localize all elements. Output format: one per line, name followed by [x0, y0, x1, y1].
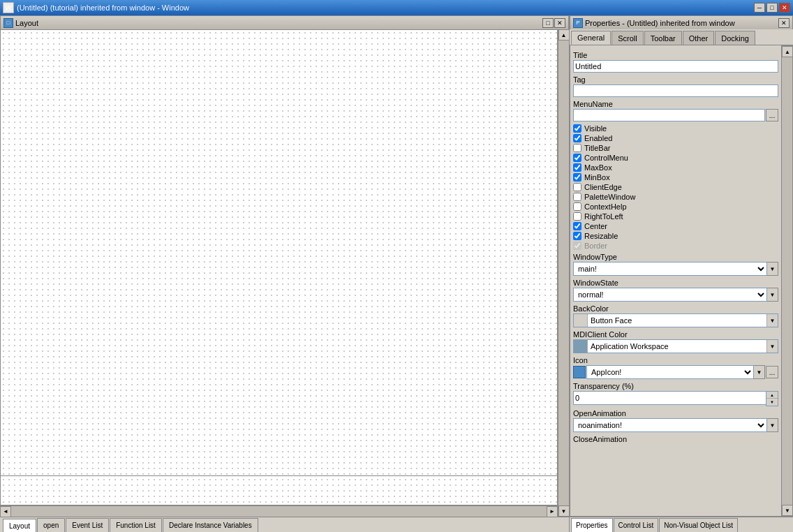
- transparency-decrement-button[interactable]: ▼: [766, 399, 778, 406]
- left-panel: □ Layout □ ✕ ◄ ► ▲: [0, 15, 570, 532]
- scroll-track-h[interactable]: [11, 506, 547, 517]
- tab-scroll[interactable]: Scroll: [612, 31, 644, 45]
- righttoleft-checkbox[interactable]: [573, 212, 581, 221]
- enabled-label: Enabled: [584, 134, 612, 142]
- layout-panel-icon: □: [3, 18, 13, 28]
- maximize-button[interactable]: □: [766, 3, 778, 13]
- contexthelp-checkbox[interactable]: [573, 202, 581, 211]
- visible-label: Visible: [584, 124, 607, 133]
- enabled-checkbox[interactable]: [573, 134, 581, 142]
- maxbox-checkbox[interactable]: [573, 163, 581, 172]
- clientedge-label: ClientEdge: [584, 183, 622, 191]
- backcolor-dropdown-icon[interactable]: ▼: [766, 314, 778, 327]
- tab-non-visual-object-list[interactable]: Non-Visual Object List: [659, 518, 738, 532]
- right-bottom-tabs: Properties Control List Non-Visual Objec…: [570, 517, 793, 532]
- layout-panel-maximize[interactable]: □: [542, 18, 554, 28]
- icon-ellipsis-button[interactable]: ...: [766, 366, 778, 378]
- openanimation-select[interactable]: noanimation!: [573, 418, 767, 432]
- props-scrollbar[interactable]: ▲ ▼: [782, 45, 793, 517]
- checkbox-contexthelp: ContextHelp: [573, 202, 778, 211]
- righttoleft-label: RightToLeft: [584, 212, 623, 221]
- minbox-label: MinBox: [584, 173, 610, 182]
- icon-select[interactable]: AppIcon!: [586, 365, 754, 379]
- backcolor-row[interactable]: Button Face ▼: [573, 313, 778, 327]
- mdiclientcolor-swatch: [574, 340, 588, 353]
- clientedge-checkbox[interactable]: [573, 183, 581, 191]
- windowtype-select[interactable]: main!: [573, 262, 767, 276]
- mdiclientcolor-row[interactable]: Application Workspace ▼: [573, 339, 778, 353]
- right-panel: P Properties - (Untitled) inherited from…: [570, 15, 793, 532]
- tab-open[interactable]: open: [37, 518, 65, 532]
- title-bar-left: W (Untitled) (tutorial) inherited from w…: [3, 2, 189, 13]
- tab-layout[interactable]: Layout: [3, 519, 36, 532]
- layout-panel-title-left: □ Layout: [3, 18, 38, 28]
- controlmenu-checkbox[interactable]: [573, 154, 581, 162]
- vertical-scrollbar[interactable]: ▲ ▼: [558, 29, 569, 517]
- props-content: Title Tag MenuName ... Visible: [570, 45, 782, 517]
- minbox-checkbox[interactable]: [573, 173, 581, 182]
- tab-other[interactable]: Other: [683, 31, 715, 45]
- scroll-right-button[interactable]: ►: [547, 506, 558, 517]
- tab-toolbar[interactable]: Toolbar: [644, 31, 682, 45]
- layout-panel-title: Layout: [15, 19, 38, 27]
- props-scroll-down-button[interactable]: ▼: [782, 505, 793, 516]
- app-icon: W: [3, 2, 14, 13]
- visible-checkbox[interactable]: [573, 124, 581, 133]
- windowtype-arrow-icon: ▼: [767, 262, 778, 276]
- horizontal-scrollbar[interactable]: ◄ ►: [0, 505, 558, 517]
- canvas-dots: [1, 30, 557, 505]
- border-checkbox[interactable]: [573, 242, 581, 250]
- resizable-checkbox[interactable]: [573, 232, 581, 240]
- canvas-area[interactable]: [0, 29, 558, 505]
- scroll-left-button[interactable]: ◄: [0, 506, 11, 517]
- props-scroll-up-button[interactable]: ▲: [782, 46, 793, 57]
- scroll-down-button[interactable]: ▼: [558, 505, 570, 517]
- canvas-wrapper: ◄ ► ▲ ▼: [0, 29, 569, 517]
- transparency-spinner-row: ▲ ▼: [573, 391, 778, 406]
- menuname-ellipsis-button[interactable]: ...: [766, 109, 778, 121]
- menuname-row: ...: [573, 109, 778, 121]
- checkbox-maxbox: MaxBox: [573, 163, 778, 172]
- transparency-input[interactable]: [573, 391, 766, 405]
- tab-declare-instance-variables[interactable]: Declare Instance Variables: [163, 518, 258, 532]
- minimize-button[interactable]: ─: [754, 3, 765, 13]
- menuname-input[interactable]: [573, 109, 765, 121]
- openanimation-prop-label: OpenAnimation: [573, 409, 778, 418]
- layout-panel-close[interactable]: ✕: [554, 18, 565, 28]
- scroll-track-v[interactable]: [558, 40, 569, 505]
- center-checkbox[interactable]: [573, 222, 581, 230]
- tag-input[interactable]: [573, 84, 778, 97]
- tab-function-list[interactable]: Function List: [110, 518, 162, 532]
- title-bar-text: (Untitled) (tutorial) inherited from win…: [17, 3, 189, 12]
- border-label: Border: [584, 242, 607, 250]
- maxbox-label: MaxBox: [584, 163, 612, 172]
- transparency-increment-button[interactable]: ▲: [766, 392, 778, 399]
- backcolor-value: Button Face: [588, 316, 766, 325]
- title-prop-label: Title: [573, 51, 778, 59]
- checkbox-resizable: Resizable: [573, 232, 778, 240]
- checkbox-border: Border: [573, 242, 778, 250]
- props-scroll-track[interactable]: [782, 57, 792, 505]
- tab-event-list[interactable]: Event List: [66, 518, 109, 532]
- title-input[interactable]: [573, 60, 778, 73]
- tab-docking[interactable]: Docking: [715, 31, 755, 45]
- tab-control-list[interactable]: Control List: [614, 518, 659, 532]
- props-panel-title-bar: P Properties - (Untitled) inherited from…: [570, 15, 793, 29]
- tab-properties[interactable]: Properties: [571, 518, 613, 532]
- mdiclientcolor-prop-label: MDIClient Color: [573, 330, 778, 339]
- tab-general[interactable]: General: [571, 31, 611, 45]
- mdiclientcolor-dropdown-icon[interactable]: ▼: [766, 340, 778, 353]
- checkbox-center: Center: [573, 222, 778, 230]
- layout-panel-buttons: □ ✕: [542, 18, 565, 28]
- close-button[interactable]: ✕: [779, 3, 790, 13]
- windowstate-select[interactable]: normal!: [573, 288, 767, 302]
- props-panel-close[interactable]: ✕: [778, 18, 790, 28]
- palettewindow-checkbox[interactable]: [573, 193, 581, 201]
- scroll-up-button[interactable]: ▲: [558, 29, 570, 40]
- titlebar-checkbox[interactable]: [573, 144, 581, 152]
- props-tabs: General Scroll Toolbar Other Docking: [570, 29, 793, 45]
- backcolor-prop-label: BackColor: [573, 304, 778, 313]
- windowstate-prop-label: WindowState: [573, 279, 778, 287]
- windowstate-arrow-icon: ▼: [767, 288, 778, 302]
- menuname-prop-label: MenuName: [573, 100, 778, 108]
